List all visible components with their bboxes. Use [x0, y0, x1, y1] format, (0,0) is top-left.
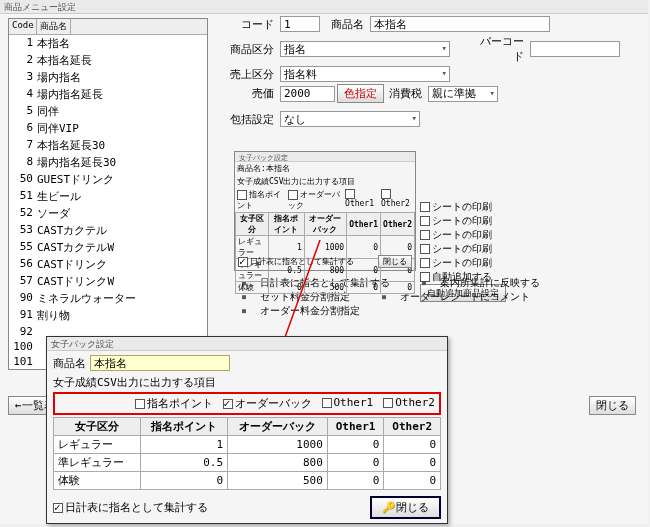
list-item[interactable]: 52ソーダ [9, 205, 207, 222]
hokan-label: 包括設定 [220, 112, 280, 127]
main-window: 商品メニュー設定 Code 商品名 1本指名2本指名延長3場内指名4場内指名延長… [0, 0, 648, 524]
mini-table: 女子区分指名ポイントオーダーバックOther1Other2レギュラー110000… [235, 212, 415, 294]
big-opts-label: 女子成績CSV出力に出力する項目 [53, 375, 441, 390]
tax-label: 消費税 [384, 86, 428, 101]
kubun-select[interactable]: 指名 [280, 41, 450, 57]
main-title-bar: 商品メニュー設定 [0, 0, 648, 14]
big-close-button[interactable]: 🔑 閉じる [370, 496, 441, 519]
list-item[interactable]: 7本指名延長30 [9, 137, 207, 154]
price-field[interactable]: 2000 [280, 86, 335, 102]
tax-select[interactable]: 親に準拠 [428, 86, 498, 102]
output-option[interactable]: Other2 [383, 396, 435, 411]
print-check[interactable]: シートの印刷 [420, 200, 506, 214]
kubun-label: 商品区分 [220, 42, 280, 57]
print-check[interactable]: シートの印刷 [420, 256, 506, 270]
print-check[interactable]: シートの印刷 [420, 228, 506, 242]
list-header: Code 商品名 [9, 19, 207, 35]
list-item[interactable]: 55CASTカクテルW [9, 239, 207, 256]
form-area: コード 1 商品名 本指名 商品区分 指名 バーコード 売上区分 指名料 売価 … [220, 14, 640, 129]
list-item[interactable]: 8場内指名延長30 [9, 154, 207, 171]
mid-check[interactable]: ▪オーダー料金分割指定 [240, 304, 552, 318]
barcode-field[interactable] [530, 41, 620, 57]
color-button[interactable]: 色指定 [337, 84, 384, 103]
code-field[interactable]: 1 [280, 16, 320, 32]
list-item[interactable]: 50GUESTドリンク [9, 171, 207, 188]
big-name-label: 商品名 [53, 356, 86, 371]
output-option[interactable]: 指名ポイント [135, 396, 213, 411]
name-label: 商品名 [320, 17, 370, 32]
item-list[interactable]: Code 商品名 1本指名2本指名延長3場内指名4場内指名延長5同伴6同伴VIP… [8, 18, 208, 370]
list-item[interactable]: 57CASTドリンクW [9, 273, 207, 290]
mini-close-button[interactable]: 閉じる [378, 255, 412, 268]
list-item[interactable]: 4場内指名延長 [9, 86, 207, 103]
hokan-select[interactable]: なし [280, 111, 420, 127]
big-footer-label: 日計表に指名として集計する [65, 501, 208, 514]
output-option[interactable]: Other1 [322, 396, 374, 411]
list-item[interactable]: 1本指名 [9, 35, 207, 52]
list-item[interactable]: 91割り物 [9, 307, 207, 324]
big-dialog: 女子バック設定 商品名 本指名 女子成績CSV出力に出力する項目 指名ポイントオ… [46, 336, 448, 524]
list-item[interactable]: 3場内指名 [9, 69, 207, 86]
big-dialog-title: 女子バック設定 [47, 337, 447, 351]
big-output-options: 指名ポイントオーダーバックOther1Other2 [53, 392, 441, 415]
price-label: 売価 [220, 86, 280, 101]
output-option[interactable]: オーダーバック [223, 396, 312, 411]
list-item[interactable]: 53CASTカクテル [9, 222, 207, 239]
mini-dialog: 女子バック設定 商品名:本指名 女子成績CSV出力に出力する項目 指名ポイントオ… [234, 151, 416, 271]
list-item[interactable]: 51生ビール [9, 188, 207, 205]
list-item[interactable]: 56CASTドリンク [9, 256, 207, 273]
code-label: コード [220, 17, 280, 32]
print-check[interactable]: シートの印刷 [420, 214, 506, 228]
list-item[interactable]: 5同伴 [9, 103, 207, 120]
barcode-label: バーコード [480, 34, 530, 64]
mini-footer-check[interactable]: 日計表に指名として集計する [250, 257, 354, 266]
mini-title: 女子バック設定 [235, 152, 415, 162]
big-table[interactable]: 女子区分指名ポイントオーダーバックOther1Other2レギュラー110000… [53, 417, 441, 490]
name-field[interactable]: 本指名 [370, 16, 550, 32]
big-name-field[interactable]: 本指名 [90, 355, 230, 371]
big-footer-checkbox[interactable] [53, 503, 63, 513]
uriage-label: 売上区分 [220, 67, 280, 82]
list-item[interactable]: 6同伴VIP [9, 120, 207, 137]
uriage-select[interactable]: 指名料 [280, 66, 450, 82]
main-close-button[interactable]: 閉じる [589, 396, 636, 415]
list-item[interactable]: 2本指名延長 [9, 52, 207, 69]
list-item[interactable]: 90ミネラルウォーター [9, 290, 207, 307]
print-check[interactable]: シートの印刷 [420, 242, 506, 256]
